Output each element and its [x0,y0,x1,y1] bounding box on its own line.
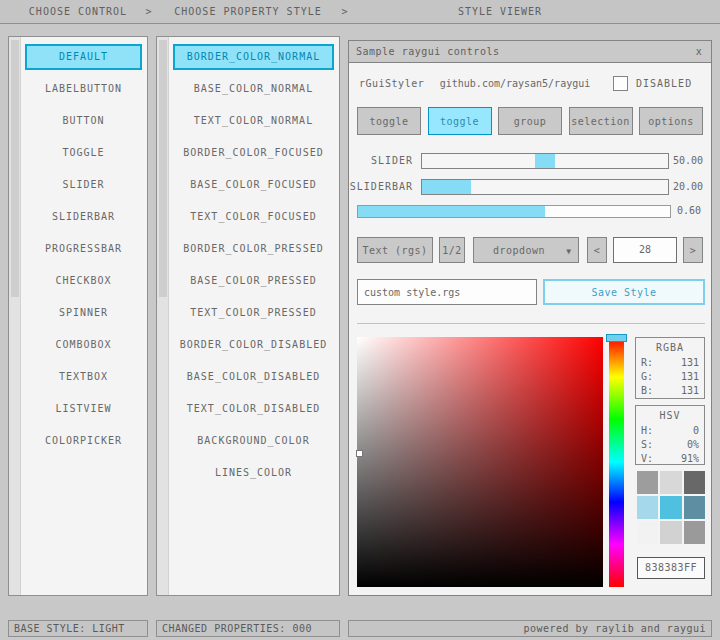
step-choose-control: CHOOSE CONTROL [8,0,148,24]
window-titlebar[interactable]: Sample raygui controls x [349,41,711,63]
palette-swatch-7[interactable] [660,521,681,544]
properties-list: BORDER_COLOR_NORMALBASE_COLOR_NORMALTEXT… [173,44,334,492]
control-item-combobox[interactable]: COMBOBOX [25,332,142,358]
repo-link[interactable]: github.com/raysan5/raygui [427,78,603,89]
dropdown-value: dropdown [493,245,545,256]
property-item-text_color_disabled[interactable]: TEXT_COLOR_DISABLED [173,396,334,422]
hex-value-box[interactable]: 838383FF [637,557,705,579]
brand-label: rGuiStyler [359,78,424,89]
sliderbar[interactable] [421,179,669,195]
rgba-b-value: 131 [681,384,699,398]
property-item-base_color_focused[interactable]: BASE_COLOR_FOCUSED [173,172,334,198]
control-item-textbox[interactable]: TEXTBOX [25,364,142,390]
control-item-slider[interactable]: SLIDER [25,172,142,198]
hue-slider-handle[interactable] [606,334,627,342]
property-item-background_color[interactable]: BACKGROUND_COLOR [173,428,334,454]
property-item-base_color_pressed[interactable]: BASE_COLOR_PRESSED [173,268,334,294]
disabled-checkbox-label: DISABLED [636,78,692,89]
palette-swatch-6[interactable] [637,521,658,544]
slider-value: 50.00 [673,155,713,166]
slider[interactable] [421,153,669,169]
palette-swatch-4[interactable] [660,496,681,519]
control-item-listview[interactable]: LISTVIEW [25,396,142,422]
rgba-r-value: 131 [681,356,699,370]
slider-handle[interactable] [535,154,555,168]
control-item-colorpicker[interactable]: COLORPICKER [25,428,142,454]
toggle-button-selection[interactable]: selection [569,107,633,135]
rgba-g-label: G: [641,370,653,384]
rgba-title: RGBA [641,342,699,353]
spinner-value-box[interactable]: 28 [613,237,677,263]
property-item-border_color_pressed[interactable]: BORDER_COLOR_PRESSED [173,236,334,262]
rgba-g-value: 131 [681,370,699,384]
window-title: Sample raygui controls [356,46,499,57]
hsv-h-label: H: [641,424,653,438]
property-item-border_color_focused[interactable]: BORDER_COLOR_FOCUSED [173,140,334,166]
control-item-sliderbar[interactable]: SLIDERBAR [25,204,142,230]
rgba-panel: RGBA R: 131 G: 131 B: 131 [635,337,705,399]
properties-scrollbar-thumb[interactable] [159,40,167,297]
toggle-button-toggle-2-active[interactable]: toggle [428,107,492,135]
palette-swatch-2[interactable] [684,471,705,494]
control-item-progressbar[interactable]: PROGRESSBAR [25,236,142,262]
control-item-button[interactable]: BUTTON [25,108,142,134]
control-item-checkbox[interactable]: CHECKBOX [25,268,142,294]
toggle-button-toggle-1[interactable]: toggle [357,107,421,135]
chevron-right-icon: > [338,0,352,24]
palette-swatch-8[interactable] [684,521,705,544]
toggle-button-options[interactable]: options [639,107,703,135]
dropdown-select[interactable]: dropdown ▼ [473,237,579,263]
toggle-group: toggle toggle group selection options [357,107,703,135]
property-item-text_color_normal[interactable]: TEXT_COLOR_NORMAL [173,108,334,134]
color-saturation-value-picker[interactable] [357,337,603,587]
hsv-v-value: 91% [681,452,699,466]
rgba-row-r: R: 131 [641,356,699,370]
save-style-button[interactable]: Save Style [543,279,705,305]
hue-bar[interactable] [609,337,624,587]
close-icon[interactable]: x [691,44,707,60]
hsv-row-v: V: 91% [641,452,699,466]
palette-swatch-3[interactable] [637,496,658,519]
hsv-s-label: S: [641,438,653,452]
step-style-viewer: STYLE VIEWER [352,0,648,24]
property-item-base_color_disabled[interactable]: BASE_COLOR_DISABLED [173,364,334,390]
controls-list: DEFAULTLABELBUTTONBUTTONTOGGLESLIDERSLID… [25,44,142,460]
progressbar [357,205,671,218]
control-item-labelbutton[interactable]: LABELBUTTON [25,76,142,102]
divider-line [357,323,705,324]
spinner-decrement-icon[interactable]: < [587,237,607,263]
controls-scrollbar-thumb[interactable] [11,40,19,297]
rgba-r-label: R: [641,356,653,370]
half-button[interactable]: 1/2 [439,237,465,263]
property-item-lines_color[interactable]: LINES_COLOR [173,460,334,486]
toggle-button-group[interactable]: group [498,107,562,135]
property-item-border_color_normal[interactable]: BORDER_COLOR_NORMAL [173,44,334,70]
property-item-text_color_focused[interactable]: TEXT_COLOR_FOCUSED [173,204,334,230]
spinner-increment-icon[interactable]: > [683,237,703,263]
control-item-toggle[interactable]: TOGGLE [25,140,142,166]
palette-swatch-5[interactable] [684,496,705,519]
text-rgs-button[interactable]: Text (rgs) [357,237,433,263]
property-item-base_color_normal[interactable]: BASE_COLOR_NORMAL [173,76,334,102]
hsv-s-value: 0% [687,438,699,452]
color-picker-cursor[interactable] [356,450,363,457]
sliderbar-fill [422,180,471,194]
sliderbar-label: SLIDERBAR [349,181,413,192]
filename-input[interactable] [357,279,537,305]
controls-panel: DEFAULTLABELBUTTONBUTTONTOGGLESLIDERSLID… [8,36,148,596]
palette-swatch-0[interactable] [637,471,658,494]
control-item-default[interactable]: DEFAULT [25,44,142,70]
controls-scrollbar[interactable] [9,37,21,595]
hsv-row-s: S: 0% [641,438,699,452]
properties-panel: BORDER_COLOR_NORMALBASE_COLOR_NORMALTEXT… [156,36,340,596]
hsv-v-label: V: [641,452,653,466]
dropdown-arrow-icon: ▼ [566,247,571,256]
properties-scrollbar[interactable] [157,37,169,595]
rgba-b-label: B: [641,384,653,398]
disabled-checkbox[interactable] [613,76,628,91]
slider-label: SLIDER [349,155,413,166]
palette-swatch-1[interactable] [660,471,681,494]
control-item-spinner[interactable]: SPINNER [25,300,142,326]
property-item-text_color_pressed[interactable]: TEXT_COLOR_PRESSED [173,300,334,326]
property-item-border_color_disabled[interactable]: BORDER_COLOR_DISABLED [173,332,334,358]
